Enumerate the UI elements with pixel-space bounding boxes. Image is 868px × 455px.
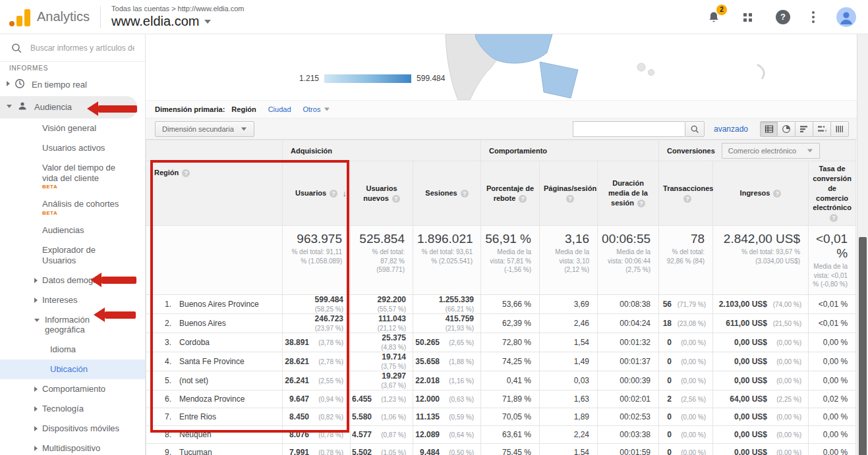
help-bubble-icon[interactable]: ?: [773, 190, 781, 198]
region-cell: 8.Neuquen: [146, 425, 283, 443]
sidebar-item[interactable]: Visión general: [0, 119, 145, 138]
secondary-dimension-button[interactable]: Dimensión secundaria: [155, 121, 254, 137]
sidebar-item[interactable]: Explorador de Usuarios: [0, 240, 145, 271]
table-search-button[interactable]: [685, 121, 705, 137]
group-behavior: Comportamiento: [481, 140, 659, 161]
more-options-button[interactable]: [812, 11, 815, 23]
apps-grid-button[interactable]: [742, 11, 754, 23]
map-region-highlight[interactable]: [540, 62, 578, 98]
dimension-city-link[interactable]: Ciudad: [268, 105, 291, 113]
new-users-cell: 4.577(0,87 %): [351, 425, 413, 443]
view-table-button[interactable]: [760, 121, 778, 137]
sidebar-item[interactable]: Dispositivos móviles: [0, 419, 145, 439]
table-search-input[interactable]: [573, 121, 685, 137]
conversions-type-dropdown[interactable]: Comercio electrónico: [722, 143, 820, 159]
dimension-others-link[interactable]: Otros: [303, 105, 331, 113]
column-header-bounce[interactable]: Porcentaje de rebote?: [481, 161, 540, 226]
region-link[interactable]: (not set): [179, 376, 208, 385]
region-link[interactable]: Santa Fe Province: [179, 357, 245, 366]
sidebar-item[interactable]: Análisis de cohortes BETA: [0, 194, 145, 221]
expander-icon[interactable]: [34, 298, 38, 303]
expander-icon[interactable]: [34, 446, 38, 451]
conv-rate-cell: 0,00 %: [809, 408, 856, 425]
bounce-cell: 74,25 %: [481, 352, 540, 371]
bounce-cell: 72,80 %: [481, 333, 540, 352]
region-link[interactable]: Tucuman: [179, 448, 212, 455]
column-header-users[interactable]: Usuarios?↓: [283, 161, 351, 226]
sidebar-item[interactable]: En tiempo real: [0, 74, 145, 96]
sidebar-item[interactable]: Información geográfica: [0, 310, 145, 340]
column-header-transactions[interactable]: Transacciones?: [659, 161, 713, 226]
sidebar-item[interactable]: Ubicación: [0, 360, 145, 379]
dimension-region-selected[interactable]: Región: [231, 105, 256, 113]
sidebar-search[interactable]: [0, 34, 145, 62]
expander-icon[interactable]: [34, 406, 38, 412]
sidebar-item[interactable]: Idioma: [0, 340, 145, 360]
sidebar-item[interactable]: Datos demográficos: [0, 271, 145, 290]
column-header-conv-rate[interactable]: Tasa de conversión de comercio electróni…: [809, 161, 856, 226]
help-bubble-icon[interactable]: ?: [830, 214, 838, 222]
transactions-cell: 18(23,08 %): [659, 313, 713, 333]
sidebar-item[interactable]: Comportamiento: [0, 379, 145, 399]
sidebar-item[interactable]: Usuarios activos: [0, 138, 145, 158]
column-header-pages[interactable]: Páginas/sesión?: [540, 161, 598, 226]
users-cell: 246.723(23,97 %): [283, 313, 351, 333]
search-input[interactable]: [30, 43, 134, 53]
help-bubble-icon[interactable]: ?: [637, 200, 645, 207]
help-bubble-icon[interactable]: ?: [330, 190, 337, 198]
sidebar-item[interactable]: Multidispositivo BETA: [0, 439, 145, 455]
region-link[interactable]: Buenos Aires: [179, 319, 226, 328]
help-bubble-icon[interactable]: ?: [461, 190, 469, 198]
scrollbar-thumb[interactable]: [859, 237, 867, 455]
table-row: 2.Buenos Aires 246.723(23,97 %) 111.043(…: [146, 313, 856, 333]
region-link[interactable]: Cordoba: [179, 338, 210, 347]
search-icon: [11, 42, 22, 54]
chevron-down-icon: [324, 108, 330, 111]
help-bubble-icon[interactable]: ?: [392, 195, 400, 203]
expander-icon[interactable]: [34, 319, 40, 322]
sidebar-nav: En tiempo real Audiencia Visión general …: [0, 72, 145, 455]
view-pivot-button[interactable]: [831, 121, 849, 137]
property-selector[interactable]: www.eldia.com: [111, 14, 244, 29]
help-bubble-icon[interactable]: ?: [566, 195, 574, 203]
advanced-link[interactable]: avanzado: [714, 124, 748, 134]
region-cell: 7.Entre Rios: [146, 408, 283, 425]
sessions-cell: 35.658(1,88 %): [413, 352, 481, 371]
scale-gradient: [324, 74, 411, 83]
region-link[interactable]: Entre Rios: [179, 412, 216, 421]
users-cell: 7.991(0,78 %): [283, 443, 351, 455]
breadcrumb[interactable]: Todas las cuentas > http://www.eldia.com: [111, 5, 244, 13]
expander-icon[interactable]: [34, 426, 38, 431]
account-avatar[interactable]: [836, 7, 856, 27]
help-bubble-icon[interactable]: ?: [519, 195, 527, 203]
help-bubble-icon[interactable]: ?: [683, 195, 691, 203]
column-header-sessions[interactable]: Sesiones?: [413, 161, 481, 226]
sessions-cell: 22.018(1,16 %): [413, 371, 481, 390]
sidebar-item[interactable]: Valor del tiempo de vida del cliente BET…: [0, 158, 145, 195]
column-header-region[interactable]: Región?: [146, 161, 283, 226]
column-header-revenue[interactable]: Ingresos?: [713, 161, 809, 226]
expander-icon[interactable]: [7, 105, 12, 108]
sidebar-item[interactable]: Intereses: [0, 290, 145, 310]
view-percentage-button[interactable]: [778, 121, 796, 137]
expander-icon[interactable]: [34, 278, 38, 283]
view-comparison-button[interactable]: [813, 121, 831, 137]
sessions-cell: 50.265(2,65 %): [413, 333, 481, 352]
primary-dimension-bar: Dimensión primaria: Región Ciudad Otros: [146, 100, 857, 118]
sidebar-item[interactable]: Audiencias: [0, 221, 145, 240]
expander-icon[interactable]: [7, 81, 10, 86]
analytics-logo-icon[interactable]: [9, 8, 30, 26]
notifications-button[interactable]: 2: [707, 11, 720, 24]
region-link[interactable]: Neuquen: [179, 430, 212, 439]
help-bubble-icon[interactable]: ?: [182, 169, 190, 177]
column-header-new-users[interactable]: Usuarios nuevos?: [351, 161, 413, 226]
sidebar-item[interactable]: Audiencia: [0, 96, 137, 119]
column-header-duration[interactable]: Duración media de la sesión?: [598, 161, 659, 226]
region-link[interactable]: Buenos Aires Province: [179, 300, 259, 309]
view-performance-button[interactable]: [796, 121, 813, 137]
sidebar-item[interactable]: Tecnología: [0, 399, 145, 419]
region-link[interactable]: Mendoza Province: [179, 394, 245, 404]
expander-icon[interactable]: [34, 387, 38, 392]
vertical-scrollbar[interactable]: [857, 34, 868, 455]
help-button[interactable]: ?: [776, 10, 790, 24]
